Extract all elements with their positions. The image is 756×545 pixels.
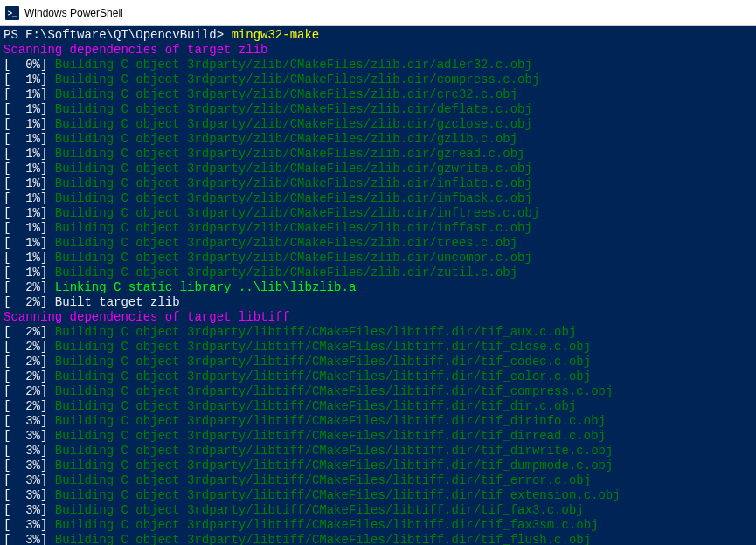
- build-line: [ 2%] Building C object 3rdparty/libtiff…: [3, 355, 753, 369]
- build-line: [ 1%] Building C object 3rdparty/zlib/CM…: [3, 102, 753, 117]
- build-line: [ 1%] Building C object 3rdparty/zlib/CM…: [3, 236, 753, 251]
- powershell-icon: >_: [5, 6, 19, 20]
- build-line: [ 1%] Building C object 3rdparty/zlib/CM…: [3, 87, 753, 102]
- build-line: [ 1%] Building C object 3rdparty/zlib/CM…: [3, 221, 753, 236]
- build-line: [ 2%] Building C object 3rdparty/libtiff…: [3, 399, 753, 414]
- build-line: [ 1%] Building C object 3rdparty/zlib/CM…: [3, 251, 753, 266]
- build-line: [ 2%] Building C object 3rdparty/libtiff…: [3, 325, 753, 340]
- build-line: [ 2%] Building C object 3rdparty/libtiff…: [3, 340, 753, 355]
- build-line: [ 2%] Built target zlib: [3, 295, 753, 310]
- scan-line: Scanning dependencies of target libtiff: [3, 310, 753, 325]
- build-line: [ 1%] Building C object 3rdparty/zlib/CM…: [3, 191, 753, 206]
- build-line: [ 3%] Building C object 3rdparty/libtiff…: [3, 533, 753, 545]
- build-line: [ 1%] Building C object 3rdparty/zlib/CM…: [3, 206, 753, 221]
- build-line: [ 3%] Building C object 3rdparty/libtiff…: [3, 444, 753, 459]
- build-line: [ 1%] Building C object 3rdparty/zlib/CM…: [3, 266, 753, 280]
- build-line: [ 0%] Building C object 3rdparty/zlib/CM…: [3, 58, 753, 72]
- build-line: [ 1%] Building C object 3rdparty/zlib/CM…: [3, 117, 753, 132]
- scan-line: Scanning dependencies of target zlib: [3, 43, 753, 58]
- build-line: [ 3%] Building C object 3rdparty/libtiff…: [3, 459, 753, 473]
- window-title: Windows PowerShell: [24, 7, 123, 19]
- build-line: [ 1%] Building C object 3rdparty/zlib/CM…: [3, 162, 753, 176]
- build-line: [ 2%] Building C object 3rdparty/libtiff…: [3, 369, 753, 384]
- build-line: [ 1%] Building C object 3rdparty/zlib/CM…: [3, 132, 753, 147]
- build-line: [ 3%] Building C object 3rdparty/libtiff…: [3, 429, 753, 444]
- prompt-line: PS E:\Software\QT\OpencvBuild> mingw32-m…: [3, 28, 753, 43]
- build-line: [ 3%] Building C object 3rdparty/libtiff…: [3, 473, 753, 488]
- build-line: [ 1%] Building C object 3rdparty/zlib/CM…: [3, 176, 753, 191]
- build-line: [ 3%] Building C object 3rdparty/libtiff…: [3, 518, 753, 533]
- build-line: [ 2%] Building C object 3rdparty/libtiff…: [3, 384, 753, 399]
- build-line: [ 3%] Building C object 3rdparty/libtiff…: [3, 503, 753, 518]
- terminal-output[interactable]: PS E:\Software\QT\OpencvBuild> mingw32-m…: [0, 26, 756, 545]
- build-line: [ 3%] Building C object 3rdparty/libtiff…: [3, 488, 753, 503]
- build-line: [ 2%] Linking C static library ..\lib\li…: [3, 280, 753, 295]
- build-line: [ 1%] Building C object 3rdparty/zlib/CM…: [3, 72, 753, 87]
- build-line: [ 1%] Building C object 3rdparty/zlib/CM…: [3, 147, 753, 162]
- build-line: [ 3%] Building C object 3rdparty/libtiff…: [3, 414, 753, 429]
- window-title-bar[interactable]: >_ Windows PowerShell: [0, 0, 756, 26]
